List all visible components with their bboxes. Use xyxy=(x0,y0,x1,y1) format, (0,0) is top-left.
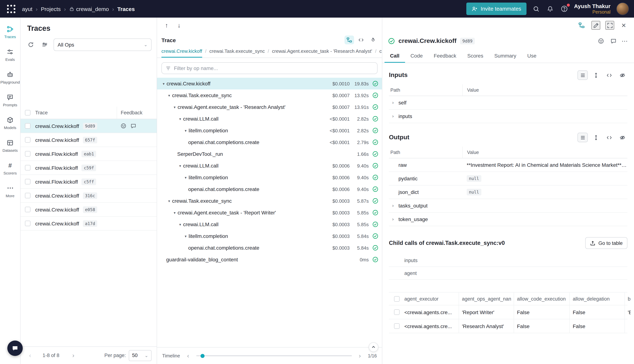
support-chat-button[interactable] xyxy=(7,340,23,356)
call-path-item[interactable]: crewai.Task.execute_sync xyxy=(209,46,265,57)
comment-feedback-icon[interactable] xyxy=(130,123,137,129)
tab-use[interactable]: Use xyxy=(522,49,542,63)
trace-tree-row[interactable]: openai.chat.completions.create $0.0003 5… xyxy=(157,242,382,254)
row-checkbox[interactable] xyxy=(394,323,400,329)
trace-tree-row[interactable]: openai.chat.completions.create <$0.0001 … xyxy=(157,136,382,148)
scroll-to-top-button[interactable] xyxy=(369,342,378,352)
table-row[interactable]: <crewai.agents.cre... 'Report Writer' Fa… xyxy=(389,305,627,319)
sidebar-item-models[interactable]: Models xyxy=(1,112,20,134)
table-row[interactable]: crewai.Crew.kickoff657f xyxy=(21,133,157,147)
call-path-item[interactable]: crewai.Crew.kickoff xyxy=(161,46,202,58)
table-row[interactable]: crewai.Flow.kickoffc59f xyxy=(21,161,157,175)
row-checkbox[interactable] xyxy=(25,151,31,156)
per-page-select[interactable]: 50 ⌄ xyxy=(129,350,152,361)
timeline-prev-icon[interactable]: ‹ xyxy=(184,351,192,360)
timeline-slider-handle[interactable] xyxy=(200,354,204,358)
row-checkbox[interactable] xyxy=(25,137,31,142)
breadcrumb-entity[interactable]: ayut xyxy=(22,6,33,12)
column-settings-icon[interactable] xyxy=(40,40,50,50)
close-icon[interactable]: ✕ xyxy=(619,21,628,30)
column-header-feedback[interactable]: Feedback xyxy=(117,107,153,119)
sidebar-item-datasets[interactable]: Datasets xyxy=(1,135,20,156)
column-header[interactable]: agent_ops_agent_nan xyxy=(459,292,514,305)
row-checkbox[interactable] xyxy=(394,310,400,315)
tab-code[interactable]: Code xyxy=(405,49,428,63)
collapse-caret-icon[interactable]: ▾ xyxy=(166,93,172,97)
breadcrumb-page[interactable]: Traces xyxy=(117,6,135,12)
table-row[interactable]: crewai.Crew.kickoff9d89 xyxy=(21,119,157,133)
expand-caret-icon[interactable]: › xyxy=(390,217,396,222)
select-all-checkbox[interactable] xyxy=(394,296,400,302)
table-row[interactable]: crewai.Flow.kickoffeab1 xyxy=(21,147,157,161)
row-checkbox[interactable] xyxy=(25,193,31,198)
hide-values-eye-icon[interactable] xyxy=(617,70,627,80)
collapse-caret-icon[interactable]: ▾ xyxy=(166,199,172,203)
collapse-caret-icon[interactable]: ▾ xyxy=(183,234,189,238)
emoji-feedback-icon[interactable] xyxy=(120,123,127,129)
table-row[interactable]: crewai.Crew.kickoff316c xyxy=(21,189,157,203)
trace-tree-row[interactable]: ▾ crewai.Crew.kickoff $0.0010 19.83s xyxy=(157,78,382,90)
expand-caret-icon[interactable]: › xyxy=(390,114,396,119)
breadcrumb-projects[interactable]: Projects xyxy=(41,6,61,12)
code-format-icon[interactable] xyxy=(604,133,614,142)
trace-tree-row[interactable]: ▾ litellm.completion <$0.0001 2.82s xyxy=(157,125,382,136)
sidebar-item-prompts[interactable]: Prompts xyxy=(1,90,20,111)
tab-scores[interactable]: Scores xyxy=(462,49,489,63)
sidebar-item-scorers[interactable]: # Scorers xyxy=(1,158,20,179)
trace-tree-row[interactable]: openai.chat.completions.create $0.0006 9… xyxy=(157,183,382,195)
column-header-trace[interactable]: Trace xyxy=(35,110,117,116)
sidebar-item-playground[interactable]: Playground xyxy=(1,67,20,88)
expand-caret-icon[interactable]: › xyxy=(390,203,396,208)
collapse-caret-icon[interactable]: ▾ xyxy=(161,82,167,86)
timeline-slider[interactable] xyxy=(196,355,352,356)
column-header[interactable]: allow_code_execution xyxy=(514,292,569,305)
next-page-icon[interactable]: › xyxy=(69,351,78,360)
op-filter-input[interactable] xyxy=(174,65,374,71)
add-emoji-icon[interactable] xyxy=(596,37,605,46)
call-path-item[interactable]: crewai.Agent.execute_task - 'Research An… xyxy=(272,46,372,57)
refresh-button[interactable] xyxy=(26,40,36,50)
raw-output-value[interactable]: **Investment Report: AI in Chemical and … xyxy=(462,162,627,168)
trace-tree-row[interactable]: ▾ crewai.LLM.call $0.0006 9.40s xyxy=(157,160,382,172)
kv-row[interactable]: json_dict null xyxy=(389,186,627,199)
row-checkbox[interactable] xyxy=(25,123,31,129)
search-icon[interactable] xyxy=(532,5,540,13)
help-icon[interactable] xyxy=(560,5,568,13)
collapse-caret-icon[interactable]: ▾ xyxy=(177,222,183,226)
trace-tree-row[interactable]: ▾ crewai.LLM.call $0.0003 5.85s xyxy=(157,218,382,230)
collapse-caret-icon[interactable]: ▾ xyxy=(177,117,183,121)
kv-row[interactable]: ›self xyxy=(389,96,627,110)
collapse-caret-icon[interactable]: ▾ xyxy=(172,210,178,214)
tab-call[interactable]: Call xyxy=(385,49,405,63)
trace-tree-row[interactable]: ▾ crewai.LLM.call <$0.0001 2.82s xyxy=(157,113,382,125)
table-row[interactable]: crewai.Crew.kickoffe058 xyxy=(21,203,157,217)
column-header[interactable]: allow_delegation xyxy=(569,292,624,305)
go-to-table-button[interactable]: Go to table xyxy=(585,237,627,249)
tab-feedback[interactable]: Feedback xyxy=(428,49,462,63)
user-avatar[interactable] xyxy=(616,2,629,15)
kv-row[interactable]: ›inputs xyxy=(389,110,627,123)
kv-row[interactable]: ›token_usage xyxy=(389,212,627,226)
breadcrumb-project[interactable]: crewai_demo xyxy=(69,6,109,12)
table-row[interactable]: crewai.Flow.kickoffc5ff xyxy=(21,175,157,189)
invite-teammates-button[interactable]: Invite teammates xyxy=(466,2,526,15)
sidebar-item-evals[interactable]: Evals xyxy=(1,44,20,65)
trace-tree-row[interactable]: ▾ litellm.completion $0.0006 9.40s xyxy=(157,172,382,183)
column-header[interactable]: agent_executor xyxy=(404,292,459,305)
expand-rows-icon[interactable] xyxy=(591,133,601,142)
row-checkbox[interactable] xyxy=(25,207,31,212)
trace-tree-row[interactable]: ▾ crewai.Agent.execute_task - 'Report Wr… xyxy=(157,207,382,218)
wandb-logo[interactable] xyxy=(4,2,18,15)
list-view-icon[interactable] xyxy=(577,70,588,80)
fullscreen-icon[interactable] xyxy=(605,21,614,30)
row-checkbox[interactable] xyxy=(25,179,31,184)
kv-row[interactable]: pydantic null xyxy=(389,172,627,186)
sidebar-item-more[interactable]: More xyxy=(1,180,20,202)
row-checkbox[interactable] xyxy=(25,165,31,170)
collapse-caret-icon[interactable]: ▾ xyxy=(183,176,189,180)
column-header[interactable]: b xyxy=(624,292,631,305)
collapse-caret-icon[interactable]: ▾ xyxy=(183,128,189,132)
list-view-icon[interactable] xyxy=(577,133,588,142)
edit-pencil-icon[interactable] xyxy=(591,21,600,30)
code-view-icon[interactable] xyxy=(356,36,366,44)
